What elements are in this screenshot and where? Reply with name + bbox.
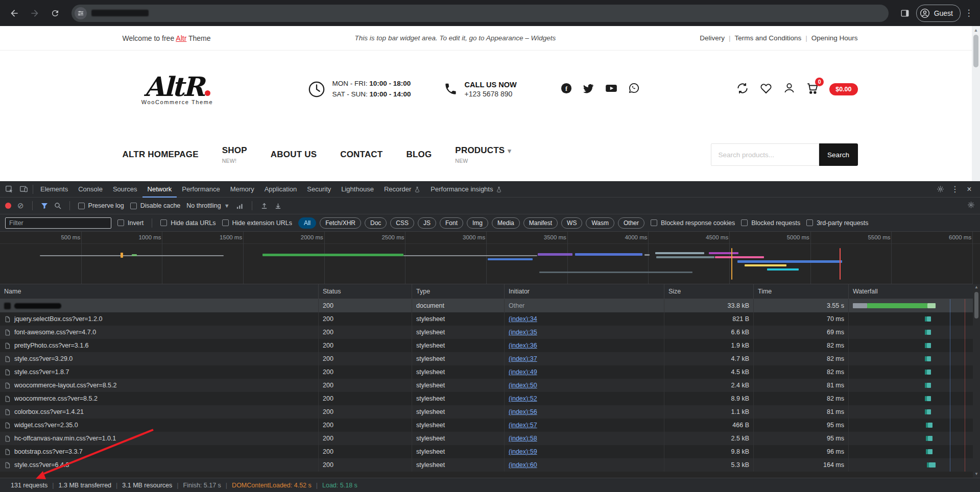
topbar-link-delivery[interactable]: Delivery (700, 34, 725, 42)
topbar-link-terms-and-conditions[interactable]: Terms and Conditions (735, 34, 802, 42)
throttling-select[interactable]: No throttling▼ (186, 202, 229, 209)
filter-chip-doc[interactable]: Doc (365, 217, 387, 229)
initiator-link[interactable]: (index):50 (509, 382, 537, 389)
initiator-link[interactable]: (index):49 (509, 368, 537, 376)
request-name-cell[interactable]: style.css?ver=6.4.3 (0, 458, 319, 472)
invert-checkbox[interactable]: Invert (117, 219, 144, 227)
filter-chip-wasm[interactable]: Wasm (586, 217, 614, 229)
tab-console[interactable]: Console (73, 181, 108, 198)
search-button[interactable]: Search (819, 143, 858, 166)
column-header-size[interactable]: Size (664, 284, 754, 299)
devtools-scrollbar-thumb[interactable] (974, 292, 978, 318)
forward-button[interactable] (26, 4, 44, 22)
scrollbar-up-icon[interactable]: ▲ (974, 284, 978, 291)
record-button[interactable] (5, 203, 11, 209)
network-filter-input[interactable] (5, 217, 111, 229)
facebook-icon[interactable]: f (561, 83, 572, 96)
topbar-link-opening-hours[interactable]: Opening Hours (811, 34, 858, 42)
filter-chip-ws[interactable]: WS (561, 217, 582, 229)
filter-funnel-icon[interactable] (41, 202, 48, 209)
tab-security[interactable]: Security (302, 181, 336, 198)
table-row[interactable]: style.css?ver=6.4.3200stylesheet(index):… (0, 458, 973, 472)
filter-chip-all[interactable]: All (298, 217, 316, 229)
table-row[interactable]: colorbox.css?ver=1.4.21200stylesheet(ind… (0, 405, 973, 419)
nav-item-blog[interactable]: BLOG (406, 150, 432, 160)
page-scrollbar[interactable]: ▲ (972, 26, 980, 181)
filter-chip-img[interactable]: Img (467, 217, 488, 229)
scrollbar-up-icon[interactable]: ▲ (972, 26, 980, 33)
table-row[interactable]: woocommerce-layout.css?ver=8.5.2200style… (0, 379, 973, 392)
browser-menu-button[interactable]: ⋮ (963, 8, 975, 18)
table-row[interactable]: style.css?ver=3.29.0200stylesheet(index)… (0, 352, 973, 365)
network-conditions-icon[interactable] (236, 202, 244, 210)
nav-item-contact[interactable]: CONTACT (340, 150, 383, 160)
inspect-element-button[interactable] (2, 183, 16, 196)
import-har-icon[interactable] (260, 202, 268, 210)
tab-recorder[interactable]: Recorder (379, 181, 425, 198)
filter-chip-css[interactable]: CSS (390, 217, 414, 229)
reload-button[interactable] (46, 4, 64, 22)
filter-chip-font[interactable]: Font (440, 217, 463, 229)
address-bar[interactable] (71, 5, 889, 22)
initiator-link[interactable]: (index):56 (509, 408, 537, 415)
twitter-icon[interactable] (582, 82, 594, 96)
table-row[interactable]: 200documentOther33.8 kB3.55 s (0, 299, 973, 312)
initiator-link[interactable]: (index):59 (509, 448, 537, 455)
preserve-log-checkbox[interactable]: Preserve log (78, 202, 124, 209)
request-name-cell[interactable]: widget.css?ver=2.35.0 (0, 419, 319, 432)
filter-chip-fetch-xhr[interactable]: Fetch/XHR (320, 217, 361, 229)
request-name-cell[interactable]: jquery.selectBox.css?ver=1.2.0 (0, 312, 319, 326)
filter-chip-media[interactable]: Media (492, 217, 520, 229)
hide-data-urls-checkbox[interactable]: Hide data URLs (160, 219, 216, 227)
initiator-link[interactable]: (index):36 (509, 342, 537, 349)
blocked-requests-checkbox[interactable]: Blocked requests (741, 219, 800, 227)
devtools-close-button[interactable]: × (963, 185, 976, 194)
export-har-icon[interactable] (274, 202, 282, 210)
tab-elements[interactable]: Elements (35, 181, 73, 198)
search-icon[interactable] (54, 202, 61, 209)
table-row[interactable]: style.css?ver=1.8.7200stylesheet(index):… (0, 365, 973, 379)
table-row[interactable]: prettyPhoto.css?ver=3.1.6200stylesheet(i… (0, 339, 973, 352)
profile-button[interactable]: Guest (916, 5, 961, 22)
column-header-waterfall[interactable]: Waterfall (849, 284, 973, 299)
phone-number[interactable]: +123 5678 890 (465, 90, 517, 98)
request-name-cell[interactable]: colorbox.css?ver=1.4.21 (0, 405, 319, 419)
disable-cache-checkbox[interactable]: Disable cache (130, 202, 181, 209)
cart-button[interactable]: 0 (806, 82, 819, 97)
table-row[interactable]: widget.css?ver=2.35.0200stylesheet(index… (0, 419, 973, 432)
hide-extension-urls-checkbox[interactable]: Hide extension URLs (222, 219, 292, 227)
initiator-link[interactable]: (index):58 (509, 435, 537, 442)
request-name-cell[interactable] (0, 299, 319, 312)
devtools-scrollbar[interactable]: ▲ ▼ (973, 284, 980, 478)
page-scrollbar-thumb[interactable] (973, 35, 978, 67)
back-button[interactable] (5, 4, 23, 22)
network-overview-timeline[interactable]: 500 ms1000 ms1500 ms2000 ms2500 ms3000 m… (0, 232, 980, 284)
account-icon[interactable] (783, 82, 796, 96)
tab-lighthouse[interactable]: Lighthouse (336, 181, 379, 198)
altr-link[interactable]: Altr (176, 34, 186, 42)
site-settings-chip[interactable] (75, 7, 87, 19)
tab-memory[interactable]: Memory (225, 181, 259, 198)
third-party-checkbox[interactable]: 3rd-party requests (806, 219, 868, 227)
table-row[interactable]: jquery.selectBox.css?ver=1.2.0200stylesh… (0, 312, 973, 326)
cart-total-badge[interactable]: $0.00 (829, 83, 857, 95)
request-name-cell[interactable]: prettyPhoto.css?ver=3.1.6 (0, 339, 319, 352)
scrollbar-down-icon[interactable]: ▼ (974, 471, 978, 478)
column-header-time[interactable]: Time (754, 284, 849, 299)
initiator-link[interactable]: (index):57 (509, 422, 537, 429)
filter-chip-other[interactable]: Other (618, 217, 644, 229)
site-logo[interactable]: AltR WooCommerce Theme (123, 73, 232, 105)
nav-item-about-us[interactable]: ABOUT US (271, 150, 317, 160)
network-settings-button[interactable] (967, 201, 975, 210)
request-name-cell[interactable]: woocommerce-layout.css?ver=8.5.2 (0, 379, 319, 392)
clear-button[interactable]: ⊘ (17, 201, 24, 210)
request-name-cell[interactable]: style.css?ver=3.29.0 (0, 352, 319, 365)
compare-icon[interactable] (736, 82, 749, 97)
filter-chip-js[interactable]: JS (418, 217, 436, 229)
initiator-link[interactable]: (index):35 (509, 329, 537, 336)
youtube-icon[interactable] (605, 82, 618, 97)
column-header-name[interactable]: Name (0, 284, 319, 299)
request-name-cell[interactable]: style.css?ver=1.8.7 (0, 365, 319, 379)
filter-chip-manifest[interactable]: Manifest (523, 217, 558, 229)
table-row[interactable]: bootstrap.css?ver=3.3.7200stylesheet(ind… (0, 445, 973, 458)
